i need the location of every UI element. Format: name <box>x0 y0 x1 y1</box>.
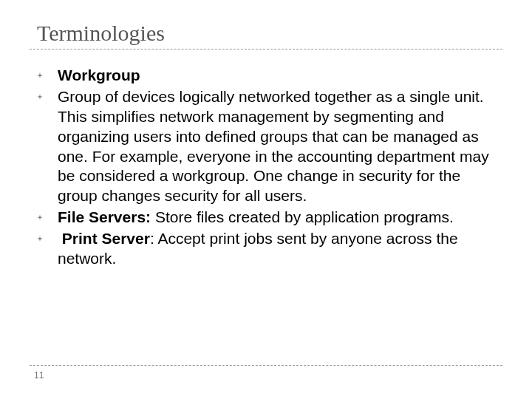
list-item: File Servers: Store files created by app… <box>30 208 502 228</box>
definition-file-servers: Store files created by application progr… <box>151 208 454 225</box>
list-item: Print Server: Accept print jobs sent by … <box>30 229 502 269</box>
term-print-server: Print Server <box>62 230 150 247</box>
list-item: Workgroup <box>30 66 502 86</box>
term-workgroup: Workgroup <box>58 66 140 83</box>
definition-workgroup: Group of devices logically networked tog… <box>58 88 489 204</box>
slide-title: Terminologies <box>37 21 502 46</box>
term-file-servers: File Servers: <box>58 208 151 225</box>
page-number: 11 <box>34 370 502 381</box>
footer-divider <box>30 365 502 366</box>
slide: Terminologies Workgroup Group of devices… <box>0 0 532 399</box>
list-item: Group of devices logically networked tog… <box>30 87 502 206</box>
content-area: Workgroup Group of devices logically net… <box>30 63 502 269</box>
title-section: Terminologies <box>30 21 502 54</box>
footer: 11 <box>30 365 502 381</box>
title-divider <box>30 49 502 50</box>
bullet-list: Workgroup Group of devices logically net… <box>30 66 502 269</box>
